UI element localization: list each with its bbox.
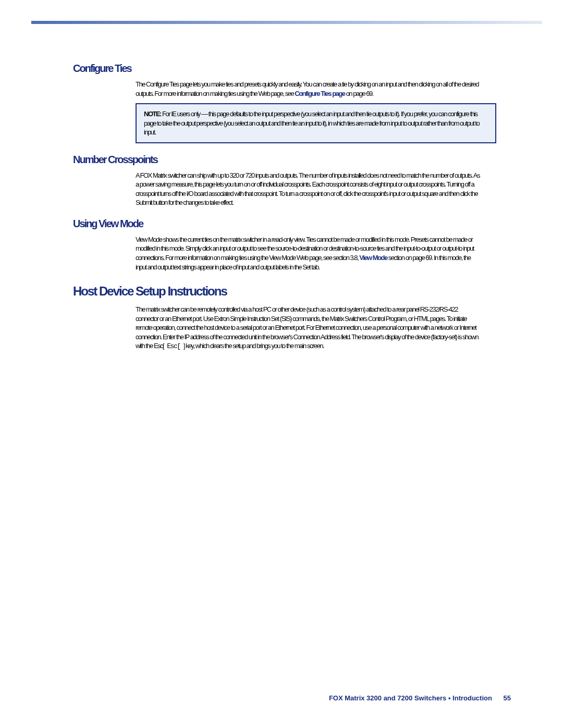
body-host-setup: The matrix switcher can be remotely cont…	[136, 305, 480, 351]
footer: FOX Matrix 3200 and 7200 Switchers • Int…	[329, 694, 511, 702]
body-view-mode: View Mode shows the current ties on the …	[136, 235, 480, 272]
heading-view-mode: Using View Mode	[73, 218, 511, 230]
link-configure-ties[interactable]: Configure Ties page	[295, 90, 345, 97]
body-configure-ties: The Configure Ties page lets you make ti…	[136, 80, 480, 98]
heading-configure-ties: Configure Ties	[73, 63, 511, 75]
kbd-esc: Esc[	[165, 342, 182, 351]
page: Configure Ties The Configure Ties page l…	[0, 0, 563, 728]
body-number-crosspoints: A FOX Matrix switcher can ship with up t…	[136, 171, 480, 207]
text-host-after: ] key, which clears the setup and brings…	[183, 342, 324, 350]
text-configure-after: on page 69.	[346, 90, 373, 97]
heading-number-crosspoints: Number Crosspoints	[73, 154, 511, 166]
note-text: For IE users only — this page defaults t…	[144, 110, 479, 136]
note-label: NOTE:	[144, 110, 161, 118]
text-number-crosspoints: A FOX Matrix switcher can ship with up t…	[136, 171, 480, 207]
link-view-mode[interactable]: View Mode	[359, 254, 387, 262]
header-gradient-bar	[31, 21, 542, 24]
footer-page-number: 55	[504, 694, 511, 702]
content-area: Configure Ties The Configure Ties page l…	[73, 52, 511, 351]
footer-text: FOX Matrix 3200 and 7200 Switchers • Int…	[329, 694, 492, 702]
heading-host-setup: Host Device Setup Instructions	[73, 284, 511, 299]
note-box: NOTE: For IE users only — this page defa…	[136, 103, 496, 143]
